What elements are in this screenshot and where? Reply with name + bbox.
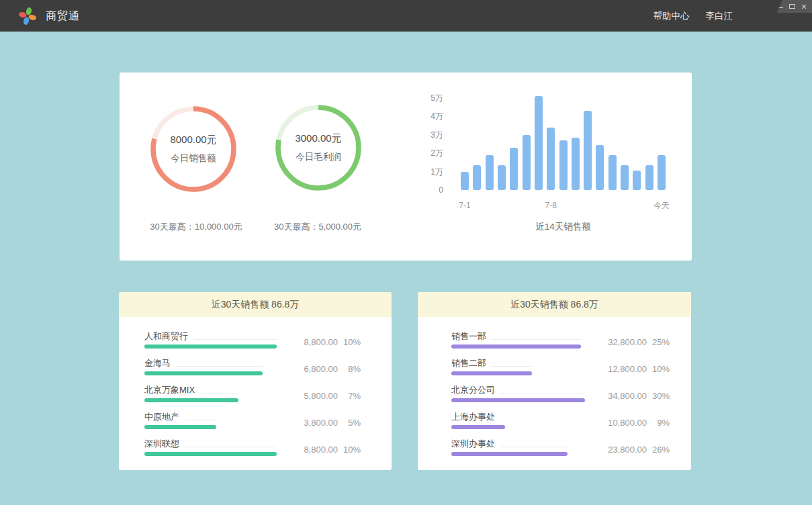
- ranking-amount: 6,800.00: [277, 364, 338, 375]
- ranking-label: 中原地产: [144, 411, 179, 422]
- leader-line: [492, 339, 581, 340]
- ranking-value: 23,800.0026%: [586, 445, 670, 456]
- leader-line: [500, 420, 505, 420]
- today-profit-summary: 3000.00元 今日毛利润: [273, 102, 364, 193]
- bar: [621, 165, 629, 190]
- leader-line: [500, 393, 585, 394]
- user-menu[interactable]: 李白江: [706, 10, 733, 22]
- bar: [584, 111, 592, 190]
- leader-line: [193, 339, 277, 340]
- progress-bar: [451, 371, 532, 375]
- today-sales-value: 8000.00元: [170, 134, 216, 146]
- ranking-amount: 23,800.00: [586, 445, 647, 455]
- bar: [498, 165, 506, 190]
- ranking-amount: 8,800.00: [277, 337, 338, 348]
- leader-line: [176, 366, 263, 367]
- close-icon: ✕: [801, 3, 807, 10]
- x-tick-label: 7-1: [459, 200, 470, 211]
- window-controls: ✕: [772, 0, 812, 13]
- bar: [559, 140, 568, 190]
- bar: [473, 165, 481, 190]
- ranking-label: 深圳联想: [144, 438, 179, 449]
- customer-sales-ranking-card: 近30天销售额 86.8万 人和商贸行8,800.0010%金海马6,800.0…: [119, 292, 392, 470]
- bar: [658, 155, 666, 190]
- ranking-value: 8,800.0010%: [277, 445, 361, 456]
- maximize-button[interactable]: [788, 3, 795, 10]
- app-title: 商贸通: [46, 0, 80, 32]
- help-center-link[interactable]: 帮助中心: [653, 10, 690, 22]
- progress-bar: [144, 345, 277, 349]
- bar: [535, 96, 543, 190]
- bar: [572, 138, 580, 190]
- ranking-row: 销售一部32,800.0025%: [451, 330, 670, 349]
- ranking-row: 人和商贸行8,800.0010%: [144, 330, 361, 349]
- profit-30d-max-note: 30天最高：5,000.00元: [244, 221, 392, 233]
- ranking-percent: 10%: [343, 337, 361, 348]
- ranking-amount: 3,800.00: [277, 418, 338, 428]
- ranking-percent: 30%: [652, 391, 670, 402]
- leader-line: [185, 420, 216, 420]
- summary-card: 8000.00元 今日销售额 30天最高：10,000.00元 3000.00元…: [120, 73, 692, 261]
- ranking-value: 3,800.005%: [277, 418, 361, 429]
- bar: [596, 145, 604, 190]
- ranking-label: 深圳办事处: [451, 438, 495, 449]
- bar: [633, 171, 641, 190]
- bar: [510, 148, 518, 190]
- ranking-value: 8,800.0010%: [277, 337, 361, 349]
- ranking-label: 销售一部: [451, 330, 486, 342]
- leader-line: [185, 447, 277, 447]
- today-profit-label: 今日毛利润: [296, 151, 341, 163]
- ranking-value: 5,800.007%: [277, 391, 361, 402]
- ranking-amount: 12,800.00: [586, 364, 647, 375]
- ranking-label: 北京万象MIX: [144, 384, 195, 396]
- y-tick-label: 2万: [431, 148, 443, 158]
- leader-line: [500, 447, 568, 447]
- ranking-amount: 34,800.00: [586, 391, 647, 402]
- ranking-percent: 10%: [343, 445, 361, 455]
- ranking-value: 34,800.0030%: [586, 391, 670, 402]
- progress-bar: [144, 398, 238, 402]
- ranking-label: 上海办事处: [451, 411, 495, 422]
- ranking-percent: 26%: [652, 445, 670, 455]
- ranking-amount: 8,800.00: [277, 445, 338, 455]
- y-tick-label: 1万: [431, 167, 443, 177]
- progress-bar: [144, 425, 216, 429]
- close-button[interactable]: ✕: [801, 3, 807, 10]
- ranking-row: 销售二部12,800.0010%: [451, 357, 670, 375]
- progress-bar: [144, 371, 263, 375]
- customer-ranking-list: 人和商贸行8,800.0010%金海马6,800.008%北京万象MIX5,80…: [119, 317, 392, 456]
- ranking-amount: 10,800.00: [586, 418, 647, 428]
- ranking-percent: 9%: [652, 418, 670, 428]
- customer-ranking-title: 近30天销售额 86.8万: [119, 292, 392, 317]
- ranking-percent: 7%: [343, 391, 361, 402]
- ranking-amount: 32,800.00: [586, 337, 647, 348]
- bar: [523, 135, 531, 190]
- ranking-label: 金海马: [144, 357, 171, 369]
- ranking-row: 深圳办事处23,800.0026%: [451, 438, 670, 456]
- y-tick-label: 4万: [431, 111, 443, 122]
- minimize-button[interactable]: [776, 3, 783, 10]
- department-ranking-title: 近30天销售额 86.8万: [418, 292, 691, 317]
- ranking-percent: 8%: [343, 364, 361, 375]
- ranking-value: 6,800.008%: [277, 364, 361, 375]
- ranking-percent: 10%: [652, 364, 670, 375]
- titlebar-menu: 帮助中心 李白江: [653, 0, 733, 32]
- progress-bar: [451, 425, 505, 429]
- ranking-row: 中原地产3,800.005%: [144, 411, 361, 429]
- ranking-row: 金海马6,800.008%: [144, 357, 361, 375]
- ranking-row: 北京分公司34,800.0030%: [451, 384, 670, 402]
- bar: [608, 155, 617, 190]
- x-tick-label: 7-8: [545, 200, 557, 211]
- leader-line: [492, 366, 532, 367]
- ranking-row: 上海办事处10,800.009%: [451, 411, 670, 429]
- bar-chart-x-axis: 7-17-8今天: [461, 200, 666, 211]
- x-tick-label: 今天: [653, 200, 670, 211]
- y-tick-label: 0: [439, 185, 443, 195]
- bar-chart-title: 近14天销售额: [461, 221, 666, 233]
- y-tick-label: 5万: [431, 93, 443, 103]
- y-tick-label: 3万: [431, 130, 443, 140]
- today-sales-label: 今日销售额: [171, 152, 216, 165]
- progress-bar: [451, 452, 568, 456]
- bar: [486, 155, 494, 190]
- ranking-row: 北京万象MIX5,800.007%: [144, 384, 361, 402]
